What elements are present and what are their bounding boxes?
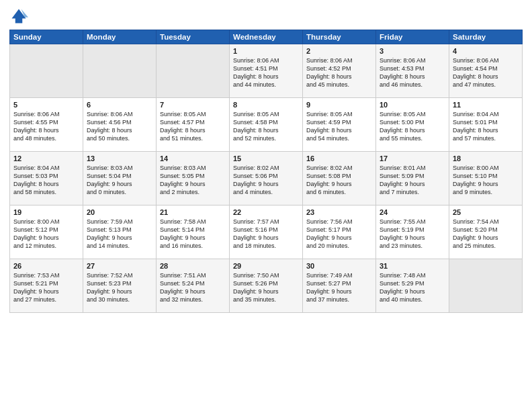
svg-marker-0 bbox=[12, 9, 26, 24]
day-number: 22 bbox=[233, 208, 299, 216]
day-info: Sunrise: 7:52 AM Sunset: 5:23 PM Dayligh… bbox=[87, 271, 152, 304]
day-cell: 31Sunrise: 7:48 AM Sunset: 5:29 PM Dayli… bbox=[376, 259, 449, 313]
weekday-monday: Monday bbox=[83, 30, 157, 44]
day-cell: 29Sunrise: 7:50 AM Sunset: 5:26 PM Dayli… bbox=[230, 259, 303, 313]
weekday-header-row: SundayMondayTuesdayWednesdayThursdayFrid… bbox=[10, 30, 523, 44]
day-info: Sunrise: 7:48 AM Sunset: 5:29 PM Dayligh… bbox=[380, 271, 445, 304]
day-number: 9 bbox=[306, 101, 372, 109]
day-number: 14 bbox=[160, 154, 226, 163]
day-cell: 12Sunrise: 8:04 AM Sunset: 5:03 PM Dayli… bbox=[10, 152, 83, 205]
day-info: Sunrise: 8:06 AM Sunset: 4:51 PM Dayligh… bbox=[233, 56, 299, 89]
day-number: 8 bbox=[233, 101, 299, 109]
day-info: Sunrise: 8:02 AM Sunset: 5:06 PM Dayligh… bbox=[233, 164, 299, 197]
day-cell: 6Sunrise: 8:06 AM Sunset: 4:56 PM Daylig… bbox=[83, 98, 157, 152]
day-cell: 9Sunrise: 8:05 AM Sunset: 4:59 PM Daylig… bbox=[303, 98, 376, 152]
day-number: 27 bbox=[87, 262, 152, 270]
day-info: Sunrise: 8:00 AM Sunset: 5:10 PM Dayligh… bbox=[453, 164, 519, 197]
logo-icon bbox=[9, 7, 28, 26]
day-info: Sunrise: 7:49 AM Sunset: 5:27 PM Dayligh… bbox=[306, 271, 372, 304]
day-number: 18 bbox=[453, 154, 519, 163]
day-info: Sunrise: 8:05 AM Sunset: 4:58 PM Dayligh… bbox=[233, 110, 299, 143]
day-info: Sunrise: 8:06 AM Sunset: 4:55 PM Dayligh… bbox=[13, 110, 79, 143]
day-number: 31 bbox=[380, 262, 445, 270]
day-info: Sunrise: 7:56 AM Sunset: 5:17 PM Dayligh… bbox=[306, 218, 372, 250]
day-cell: 13Sunrise: 8:03 AM Sunset: 5:04 PM Dayli… bbox=[83, 152, 157, 205]
day-cell: 19Sunrise: 8:00 AM Sunset: 5:12 PM Dayli… bbox=[10, 205, 83, 259]
day-cell: 8Sunrise: 8:05 AM Sunset: 4:58 PM Daylig… bbox=[230, 98, 303, 152]
day-number: 11 bbox=[453, 101, 519, 109]
weekday-tuesday: Tuesday bbox=[157, 30, 230, 44]
day-number: 24 bbox=[380, 208, 445, 216]
weekday-wednesday: Wednesday bbox=[230, 30, 303, 44]
day-number: 13 bbox=[87, 154, 152, 163]
day-info: Sunrise: 7:59 AM Sunset: 5:13 PM Dayligh… bbox=[87, 218, 152, 250]
calendar-table: SundayMondayTuesdayWednesdayThursdayFrid… bbox=[9, 30, 523, 313]
day-number: 20 bbox=[87, 208, 152, 216]
day-info: Sunrise: 8:06 AM Sunset: 4:54 PM Dayligh… bbox=[453, 56, 519, 89]
day-info: Sunrise: 7:55 AM Sunset: 5:19 PM Dayligh… bbox=[380, 218, 445, 250]
day-info: Sunrise: 7:50 AM Sunset: 5:26 PM Dayligh… bbox=[233, 271, 299, 304]
day-cell: 11Sunrise: 8:04 AM Sunset: 5:01 PM Dayli… bbox=[449, 98, 523, 152]
day-number: 10 bbox=[380, 101, 445, 109]
day-info: Sunrise: 8:00 AM Sunset: 5:12 PM Dayligh… bbox=[13, 218, 79, 250]
day-cell: 27Sunrise: 7:52 AM Sunset: 5:23 PM Dayli… bbox=[83, 259, 157, 313]
day-number: 26 bbox=[13, 262, 79, 270]
day-cell: 7Sunrise: 8:05 AM Sunset: 4:57 PM Daylig… bbox=[157, 98, 230, 152]
day-cell: 16Sunrise: 8:02 AM Sunset: 5:08 PM Dayli… bbox=[303, 152, 376, 205]
day-cell: 24Sunrise: 7:55 AM Sunset: 5:19 PM Dayli… bbox=[376, 205, 449, 259]
day-cell bbox=[83, 44, 157, 98]
day-number: 25 bbox=[453, 208, 519, 216]
day-info: Sunrise: 8:03 AM Sunset: 5:04 PM Dayligh… bbox=[87, 164, 152, 197]
day-info: Sunrise: 7:51 AM Sunset: 5:24 PM Dayligh… bbox=[160, 271, 226, 304]
day-cell: 5Sunrise: 8:06 AM Sunset: 4:55 PM Daylig… bbox=[10, 98, 83, 152]
week-row-1: 1Sunrise: 8:06 AM Sunset: 4:51 PM Daylig… bbox=[10, 44, 523, 98]
day-info: Sunrise: 8:06 AM Sunset: 4:53 PM Dayligh… bbox=[380, 56, 445, 89]
day-number: 5 bbox=[13, 101, 79, 109]
day-info: Sunrise: 7:57 AM Sunset: 5:16 PM Dayligh… bbox=[233, 218, 299, 250]
day-info: Sunrise: 8:05 AM Sunset: 5:00 PM Dayligh… bbox=[380, 110, 445, 143]
week-row-2: 5Sunrise: 8:06 AM Sunset: 4:55 PM Daylig… bbox=[10, 98, 523, 152]
day-cell bbox=[449, 259, 523, 313]
day-number: 28 bbox=[160, 262, 226, 270]
day-info: Sunrise: 7:53 AM Sunset: 5:21 PM Dayligh… bbox=[13, 271, 79, 304]
day-number: 1 bbox=[233, 47, 299, 55]
day-number: 7 bbox=[160, 101, 226, 109]
weekday-sunday: Sunday bbox=[10, 30, 83, 44]
day-cell: 14Sunrise: 8:03 AM Sunset: 5:05 PM Dayli… bbox=[157, 152, 230, 205]
day-info: Sunrise: 8:04 AM Sunset: 5:03 PM Dayligh… bbox=[13, 164, 79, 197]
day-info: Sunrise: 8:02 AM Sunset: 5:08 PM Dayligh… bbox=[306, 164, 372, 197]
day-info: Sunrise: 8:05 AM Sunset: 4:57 PM Dayligh… bbox=[160, 110, 226, 143]
day-cell: 21Sunrise: 7:58 AM Sunset: 5:14 PM Dayli… bbox=[157, 205, 230, 259]
day-cell: 3Sunrise: 8:06 AM Sunset: 4:53 PM Daylig… bbox=[376, 44, 449, 98]
day-cell: 20Sunrise: 7:59 AM Sunset: 5:13 PM Dayli… bbox=[83, 205, 157, 259]
week-row-3: 12Sunrise: 8:04 AM Sunset: 5:03 PM Dayli… bbox=[10, 152, 523, 205]
day-cell: 1Sunrise: 8:06 AM Sunset: 4:51 PM Daylig… bbox=[230, 44, 303, 98]
day-info: Sunrise: 8:04 AM Sunset: 5:01 PM Dayligh… bbox=[453, 110, 519, 143]
day-number: 16 bbox=[306, 154, 372, 163]
weekday-thursday: Thursday bbox=[303, 30, 376, 44]
day-info: Sunrise: 8:03 AM Sunset: 5:05 PM Dayligh… bbox=[160, 164, 226, 197]
day-cell: 22Sunrise: 7:57 AM Sunset: 5:16 PM Dayli… bbox=[230, 205, 303, 259]
logo bbox=[9, 7, 31, 26]
day-info: Sunrise: 7:58 AM Sunset: 5:14 PM Dayligh… bbox=[160, 218, 226, 250]
weekday-friday: Friday bbox=[376, 30, 449, 44]
day-number: 19 bbox=[13, 208, 79, 216]
day-cell: 23Sunrise: 7:56 AM Sunset: 5:17 PM Dayli… bbox=[303, 205, 376, 259]
week-row-4: 19Sunrise: 8:00 AM Sunset: 5:12 PM Dayli… bbox=[10, 205, 523, 259]
day-cell: 4Sunrise: 8:06 AM Sunset: 4:54 PM Daylig… bbox=[449, 44, 523, 98]
day-number: 6 bbox=[87, 101, 152, 109]
day-number: 17 bbox=[380, 154, 445, 163]
day-number: 21 bbox=[160, 208, 226, 216]
day-info: Sunrise: 7:54 AM Sunset: 5:20 PM Dayligh… bbox=[453, 218, 519, 250]
day-cell: 17Sunrise: 8:01 AM Sunset: 5:09 PM Dayli… bbox=[376, 152, 449, 205]
day-cell: 18Sunrise: 8:00 AM Sunset: 5:10 PM Dayli… bbox=[449, 152, 523, 205]
day-number: 2 bbox=[306, 47, 372, 55]
day-cell: 25Sunrise: 7:54 AM Sunset: 5:20 PM Dayli… bbox=[449, 205, 523, 259]
day-cell: 15Sunrise: 8:02 AM Sunset: 5:06 PM Dayli… bbox=[230, 152, 303, 205]
day-cell bbox=[157, 44, 230, 98]
day-info: Sunrise: 8:05 AM Sunset: 4:59 PM Dayligh… bbox=[306, 110, 372, 143]
calendar-page: SundayMondayTuesdayWednesdayThursdayFrid… bbox=[0, 0, 532, 411]
day-cell: 2Sunrise: 8:06 AM Sunset: 4:52 PM Daylig… bbox=[303, 44, 376, 98]
day-number: 15 bbox=[233, 154, 299, 163]
day-number: 4 bbox=[453, 47, 519, 55]
